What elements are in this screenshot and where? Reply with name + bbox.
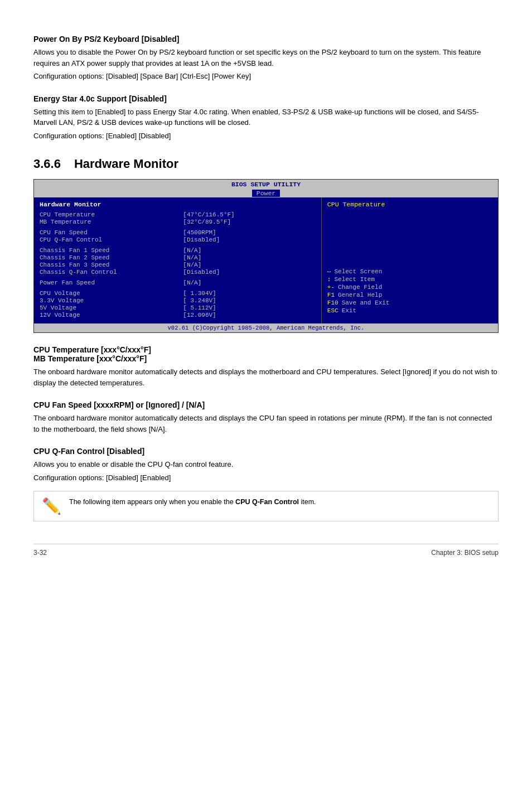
bios-value-chassis1: [N/A] xyxy=(183,247,316,254)
heading-energy-star: Energy Star 4.0c Support [Disabled] xyxy=(33,94,499,103)
bios-label-chassis-qfan: Chassis Q-Fan Control xyxy=(40,269,183,276)
bios-title-bar: BIOS SETUP UTILITY xyxy=(34,180,498,189)
bios-row-cpu-fan: CPU Fan Speed [4500RPM] xyxy=(40,229,316,236)
note-box: ✏️ The following item appears only when … xyxy=(33,491,499,521)
section-energy-star: Energy Star 4.0c Support [Disabled] Sett… xyxy=(33,94,499,142)
bios-row-5v-voltage: 5V Voltage [ 5.112V] xyxy=(40,305,316,311)
heading-cpu-qfan: CPU Q-Fan Control [Disabled] xyxy=(33,447,499,456)
arrow-leftright-icon: ↔ xyxy=(327,268,331,275)
bios-row-chassis2: Chassis Fan 2 Speed [N/A] xyxy=(40,254,316,261)
bios-content: Hardware Monitor CPU Temperature [47°C/1… xyxy=(34,197,498,323)
bios-value-mb-temp: [32°C/89.5°F] xyxy=(183,219,316,225)
bios-label-5v-voltage: 5V Voltage xyxy=(40,305,183,311)
footer-page-number: 3-32 xyxy=(33,549,47,557)
bios-section-label: Hardware Monitor xyxy=(40,201,316,208)
note-text-after: item. xyxy=(299,498,316,506)
bios-row-12v-voltage: 12V Voltage [12.096V] xyxy=(40,312,316,318)
subsection-cpu-temp: CPU Temperature [xxx°C/xxx°F] MB Tempera… xyxy=(33,345,499,388)
f10-icon: F10 xyxy=(327,299,338,306)
chapter-title: Hardware Monitor xyxy=(74,157,178,171)
bios-help-label-select-item: Select Item xyxy=(334,276,375,283)
bios-subtitle: Power xyxy=(252,190,280,197)
chapter-number: 3.6.6 xyxy=(33,157,61,171)
section-power-on-keyboard: Power On By PS/2 Keyboard [Disabled] All… xyxy=(33,35,499,82)
subsection-cpu-fan-speed: CPU Fan Speed [xxxxRPM] or [Ignored] / [… xyxy=(33,400,499,434)
bios-left-panel: Hardware Monitor CPU Temperature [47°C/1… xyxy=(34,197,322,323)
footer-chapter: Chapter 3: BIOS setup xyxy=(431,549,499,557)
bios-row-3v3-voltage: 3.3V Voltage [ 3.248V] xyxy=(40,297,316,304)
bios-value-3v3-voltage: [ 3.248V] xyxy=(183,297,316,304)
note-bold-text: CPU Q-Fan Control xyxy=(235,498,299,506)
bios-value-cpu-voltage: [ 1.304V] xyxy=(183,290,316,297)
page-footer: 3-32 Chapter 3: BIOS setup xyxy=(33,544,499,557)
bios-label-cpu-voltage: CPU Voltage xyxy=(40,290,183,297)
bios-value-chassis3: [N/A] xyxy=(183,262,316,268)
note-text: The following item appears only when you… xyxy=(69,497,316,508)
bios-row-cpu-qfan: CPU Q-Fan Control [Disabled] xyxy=(40,236,316,243)
heading-cpu-temp-line2: MB Temperature [xxx°C/xxx°F] xyxy=(33,354,147,363)
bios-value-5v-voltage: [ 5.112V] xyxy=(183,305,316,311)
bios-help-label-esc: Exit xyxy=(342,307,356,314)
bios-value-chassis-qfan: [Disabled] xyxy=(183,269,316,276)
bios-value-12v-voltage: [12.096V] xyxy=(183,312,316,318)
bios-title-sub: Power xyxy=(34,189,498,197)
bios-row-chassis-qfan: Chassis Q-Fan Control [Disabled] xyxy=(40,269,316,276)
heading-cpu-temp: CPU Temperature [xxx°C/xxx°F] MB Tempera… xyxy=(33,345,499,363)
body-cpu-temp: The onboard hardware monitor automatical… xyxy=(33,366,499,388)
body-cpu-qfan-p1: Allows you to enable or disable the CPU … xyxy=(33,459,499,470)
subsection-cpu-qfan: CPU Q-Fan Control [Disabled] Allows you … xyxy=(33,447,499,483)
bios-help-select-screen: ↔ Select Screen xyxy=(327,268,492,275)
esc-icon: ESC xyxy=(327,307,338,314)
bios-label-power-fan: Power Fan Speed xyxy=(40,279,183,286)
bios-label-3v3-voltage: 3.3V Voltage xyxy=(40,297,183,304)
bios-label-cpu-fan: CPU Fan Speed xyxy=(40,229,183,236)
bios-label-mb-temp: MB Temperature xyxy=(40,219,183,225)
bios-help-label-select-screen: Select Screen xyxy=(334,268,382,275)
bios-help-label-general-help: General Help xyxy=(338,292,382,298)
bios-help-general-help: F1 General Help xyxy=(327,292,492,298)
f1-icon: F1 xyxy=(327,292,335,298)
body-energy-star-p2: Configuration options: [Enabled] [Disabl… xyxy=(33,131,499,142)
chapter-heading-hardware-monitor: 3.6.6Hardware Monitor xyxy=(33,157,499,171)
bios-screen: BIOS SETUP UTILITY Power Hardware Monito… xyxy=(33,179,499,333)
bios-row-chassis3: Chassis Fan 3 Speed [N/A] xyxy=(40,262,316,268)
bios-row-mb-temp: MB Temperature [32°C/89.5°F] xyxy=(40,219,316,225)
bios-help-esc: ESC Exit xyxy=(327,307,492,314)
bios-help-select-item: ↕ Select Item xyxy=(327,276,492,283)
heading-cpu-fan-speed: CPU Fan Speed [xxxxRPM] or [Ignored] / [… xyxy=(33,400,499,409)
body-power-on-keyboard-p1: Allows you to disable the Power On by PS… xyxy=(33,47,499,69)
body-cpu-fan-speed: The onboard hardware monitor automatical… xyxy=(33,413,499,434)
bios-label-chassis2: Chassis Fan 2 Speed xyxy=(40,254,183,261)
note-text-before: The following item appears only when you… xyxy=(69,498,235,506)
bios-right-title: CPU Temperature xyxy=(327,201,492,208)
bios-row-cpu-voltage: CPU Voltage [ 1.304V] xyxy=(40,290,316,297)
bios-value-cpu-qfan: [Disabled] xyxy=(183,236,316,243)
body-power-on-keyboard-p2: Configuration options: [Disabled] [Space… xyxy=(33,71,499,82)
bios-right-panel: CPU Temperature ↔ Select Screen ↕ Select… xyxy=(322,197,498,323)
bios-label-chassis1: Chassis Fan 1 Speed xyxy=(40,247,183,254)
bios-footer: v02.61 (C)Copyright 1985-2008, American … xyxy=(34,323,498,332)
body-cpu-qfan-p2: Configuration options: [Disabled] [Enabl… xyxy=(33,472,499,484)
bios-label-cpu-qfan: CPU Q-Fan Control xyxy=(40,236,183,243)
heading-cpu-temp-line1: CPU Temperature [xxx°C/xxx°F] xyxy=(33,345,151,354)
bios-row-cpu-temp: CPU Temperature [47°C/116.5°F] xyxy=(40,211,316,218)
bios-row-chassis1: Chassis Fan 1 Speed [N/A] xyxy=(40,247,316,254)
bios-help-save-exit: F10 Save and Exit xyxy=(327,299,492,306)
bios-value-chassis2: [N/A] xyxy=(183,254,316,261)
bios-value-cpu-temp: [47°C/116.5°F] xyxy=(183,211,316,218)
plus-minus-icon: +- xyxy=(327,284,335,291)
bios-label-cpu-temp: CPU Temperature xyxy=(40,211,183,218)
note-icon: ✏️ xyxy=(42,497,61,515)
bios-row-power-fan: Power Fan Speed [N/A] xyxy=(40,279,316,286)
arrow-updown-icon: ↕ xyxy=(327,276,331,283)
bios-help-change-field: +- Change Field xyxy=(327,284,492,291)
bios-label-12v-voltage: 12V Voltage xyxy=(40,312,183,318)
bios-label-chassis3: Chassis Fan 3 Speed xyxy=(40,262,183,268)
heading-power-on-keyboard: Power On By PS/2 Keyboard [Disabled] xyxy=(33,35,499,44)
body-energy-star-p1: Setting this item to [Enabled] to pass E… xyxy=(33,107,499,128)
bios-help-label-save-exit: Save and Exit xyxy=(342,299,390,306)
bios-help-label-change-field: Change Field xyxy=(338,284,382,291)
bios-value-power-fan: [N/A] xyxy=(183,279,316,286)
bios-value-cpu-fan: [4500RPM] xyxy=(183,229,316,236)
